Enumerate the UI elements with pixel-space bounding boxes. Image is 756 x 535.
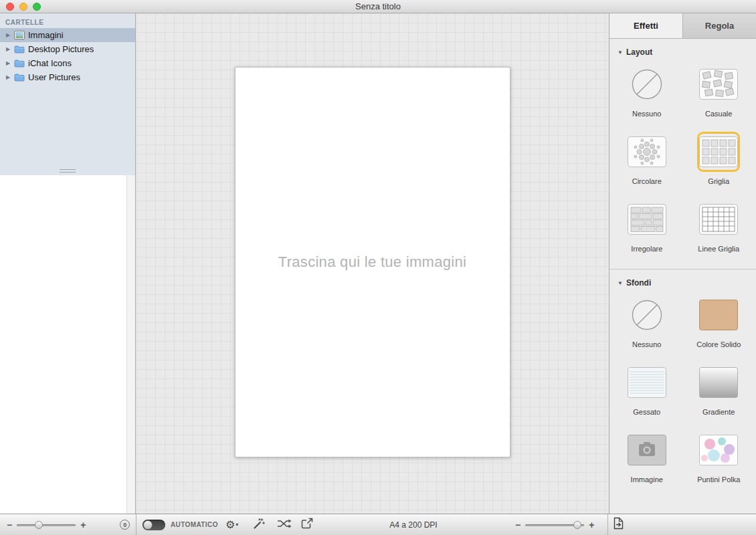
disclosure-triangle-icon[interactable]: ▶ [4, 60, 12, 66]
disclosure-down-icon: ▼ [618, 49, 623, 56]
none-icon [630, 297, 664, 333]
striped-icon [628, 364, 666, 401]
panel-body: ▼LayoutNessunoCasualeCircolareGrigliaIrr… [609, 39, 756, 514]
sfondi-options-grid: NessunoColore SolidoGessatoGradienteImma… [609, 289, 756, 490]
sfondi-option-colore-solido[interactable]: Colore Solido [685, 297, 752, 348]
document-page[interactable]: Trascina qui le tue immagini [235, 67, 510, 457]
shuffle-icon [277, 519, 292, 531]
bottom-toolbar: − + 0 AUTOMATICO ⚙ ▾ [0, 514, 756, 535]
app-window: Senza titolo CARTELLE ▶Immagini▶Desktop … [0, 0, 756, 535]
disclosure-triangle-icon[interactable]: ▶ [4, 46, 12, 52]
folder-icon [13, 73, 25, 82]
toolbar-divider [607, 514, 608, 535]
drop-hint-text: Trascina qui le tue immagini [278, 253, 466, 271]
layout-option-irregolare[interactable]: Irregolare [613, 201, 680, 253]
layout-option-casuale[interactable]: Casuale [685, 66, 752, 118]
folder-label: iChat Icons [28, 58, 72, 68]
share-button[interactable] [301, 514, 314, 535]
option-label: Immagine [631, 475, 663, 484]
automatic-control: AUTOMATICO [143, 514, 218, 535]
sidebar-item-immagini[interactable]: ▶Immagini [0, 28, 135, 42]
sidebar-item-ichat-icons[interactable]: ▶iChat Icons [0, 56, 135, 70]
sidebar-resize-handle[interactable] [60, 169, 76, 173]
panel-tabs: Effetti Regola [609, 13, 756, 39]
tab-effetti[interactable]: Effetti [609, 13, 682, 38]
layout-options-grid: NessunoCasualeCircolareGrigliaIrregolare… [609, 58, 756, 259]
option-label: Nessuno [632, 110, 661, 118]
option-label: Irregolare [631, 245, 662, 253]
zoom-in-icon[interactable]: + [589, 520, 594, 530]
folder-icon [13, 45, 25, 54]
layout-option-circolare[interactable]: Circolare [613, 134, 680, 185]
option-label: Nessuno [632, 340, 661, 348]
disclosure-down-icon: ▼ [618, 280, 623, 286]
toggle-knob [143, 520, 153, 530]
inspector-panel: Effetti Regola ▼LayoutNessunoCasualeCirc… [609, 13, 756, 514]
canvas-area: Trascina qui le tue immagini [136, 13, 608, 514]
zoom-out-icon[interactable]: − [7, 520, 12, 530]
slider-thumb[interactable] [573, 521, 581, 529]
layout-option-nessuno[interactable]: Nessuno [613, 66, 680, 118]
section-title: Layout [626, 47, 652, 57]
sfondi-option-puntini-polka[interactable]: Puntini Polka [685, 432, 752, 484]
export-button[interactable] [613, 514, 624, 535]
disclosure-triangle-icon[interactable]: ▶ [4, 74, 12, 80]
option-label: Gradiente [702, 408, 735, 416]
option-label: Puntini Polka [697, 475, 740, 484]
photo-album-icon [13, 31, 25, 39]
grid-lines-icon [699, 201, 738, 237]
folder-icon [13, 59, 25, 68]
sidebar-item-user-pictures[interactable]: ▶User Pictures [0, 70, 135, 84]
automatic-toggle[interactable] [143, 520, 165, 530]
sidebar: CARTELLE ▶Immagini▶Desktop Pictures▶iCha… [0, 13, 136, 514]
page-format-status: A4 a 200 DPI [370, 514, 457, 535]
zoom-in-icon[interactable]: + [80, 520, 86, 530]
window-title: Senza titolo [0, 0, 756, 13]
zoom-out-icon[interactable]: − [515, 520, 521, 530]
folders-pane: CARTELLE ▶Immagini▶Desktop Pictures▶iCha… [0, 13, 135, 175]
option-label: Griglia [708, 177, 729, 185]
layout-option-griglia[interactable]: Griglia [685, 134, 752, 185]
section-header-sfondi[interactable]: ▼Sfondi [609, 270, 756, 289]
polka-dots-icon [699, 432, 738, 468]
sidebar-scrollbar[interactable] [126, 175, 135, 514]
magic-wand-button[interactable] [253, 514, 266, 535]
magic-wand-icon [253, 518, 266, 532]
disclosure-triangle-icon[interactable]: ▶ [4, 32, 12, 38]
section-layout: ▼LayoutNessunoCasualeCircolareGrigliaIrr… [609, 39, 756, 259]
option-label: Casuale [705, 110, 732, 118]
random-layout-icon [699, 66, 738, 102]
titlebar: Senza titolo [0, 0, 756, 13]
sfondi-option-gessato[interactable]: Gessato [613, 364, 680, 416]
tab-regola[interactable]: Regola [682, 13, 756, 38]
folder-label: Immagini [28, 30, 64, 40]
option-label: Linee Griglia [698, 245, 739, 253]
irregular-layout-icon [628, 201, 666, 237]
toolbar-divider [136, 514, 136, 535]
sidebar-item-desktop-pictures[interactable]: ▶Desktop Pictures [0, 42, 135, 56]
solid-color-icon [699, 297, 738, 333]
option-label: Colore Solido [696, 340, 741, 348]
option-label: Gessato [633, 408, 660, 416]
folder-list: ▶Immagini▶Desktop Pictures▶iChat Icons▶U… [0, 28, 135, 84]
circular-layout-icon [628, 134, 666, 170]
canvas-zoom-control: − + 0 [7, 514, 130, 535]
section-header-layout[interactable]: ▼Layout [609, 39, 756, 58]
section-sfondi: ▼SfondiNessunoColore SolidoGessatoGradie… [609, 269, 756, 490]
thumbnails-pane [0, 175, 135, 514]
section-title: Sfondi [626, 278, 651, 288]
settings-menu-button[interactable]: ⚙ ▾ [225, 514, 238, 535]
layout-option-linee-griglia[interactable]: Linee Griglia [685, 201, 752, 253]
slider-thumb[interactable] [35, 521, 43, 529]
sfondi-option-immagine[interactable]: Immagine [613, 432, 680, 484]
option-label: Circolare [632, 177, 662, 185]
sfondi-option-gradiente[interactable]: Gradiente [685, 364, 752, 416]
zoom-reset-button[interactable]: 0 [120, 520, 130, 530]
canvas-zoom-slider[interactable] [17, 521, 76, 529]
gradient-icon [699, 364, 738, 401]
shuffle-button[interactable] [277, 514, 292, 535]
share-icon [301, 518, 314, 532]
image-icon [628, 432, 666, 468]
sfondi-option-nessuno[interactable]: Nessuno [613, 297, 680, 348]
panel-zoom-slider[interactable] [525, 521, 584, 529]
